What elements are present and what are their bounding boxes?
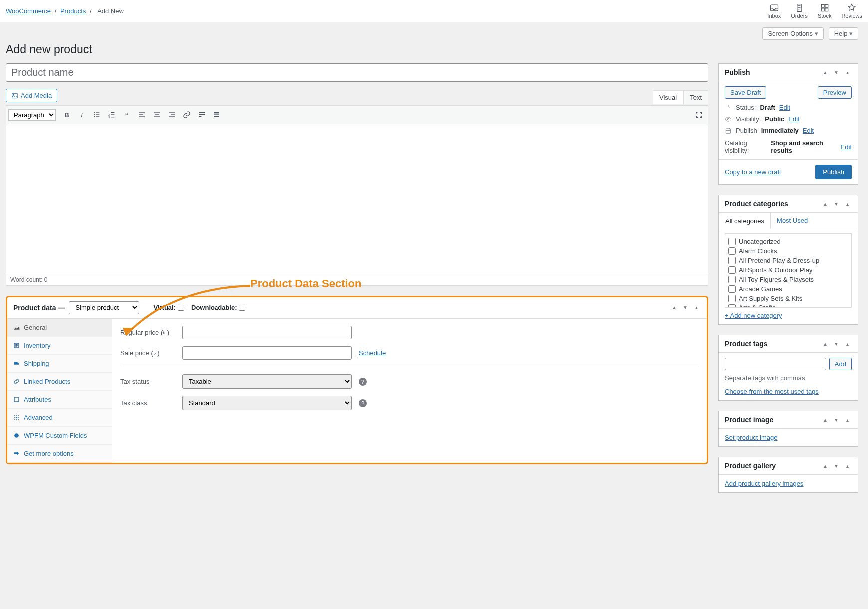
tab-advanced[interactable]: Advanced [7,409,112,427]
align-left-icon[interactable] [135,108,149,122]
category-item[interactable]: Arts & Crafts [728,303,848,308]
tab-most-used[interactable]: Most Used [771,213,814,229]
schedule-link[interactable]: Schedule [359,349,386,357]
editor-content[interactable] [6,124,708,274]
caret-up-icon[interactable]: ▴ [843,339,852,348]
tab-inventory[interactable]: Inventory [7,337,112,355]
caret-up-icon[interactable]: ▴ [843,199,852,208]
tags-metabox: Product tags▲▼▴ Add Separate tags with c… [718,335,858,401]
svg-rect-17 [111,117,114,117]
add-media-button[interactable]: Add Media [6,89,57,102]
help-icon[interactable]: ? [359,378,367,386]
format-select[interactable]: Paragraph [8,109,56,121]
help-button[interactable]: Help [829,27,858,40]
tax-class-select[interactable]: Standard [182,396,352,410]
svg-rect-25 [171,114,175,115]
chevron-up-icon[interactable]: ▲ [821,339,830,348]
set-product-image-link[interactable]: Set product image [725,434,778,441]
svg-rect-16 [111,114,114,115]
edit-visibility-link[interactable]: Edit [788,115,799,123]
more-icon[interactable] [195,108,209,122]
italic-icon[interactable]: I [75,108,89,122]
tab-more[interactable]: Get more options [7,445,112,463]
caret-up-icon[interactable]: ▴ [692,304,701,312]
svg-rect-3 [821,8,824,11]
product-type-select[interactable]: Simple product [69,301,139,314]
fullscreen-icon[interactable] [692,108,706,122]
chevron-up-icon[interactable]: ▲ [821,415,830,424]
category-item[interactable]: Art Supply Sets & Kits [728,294,848,303]
svg-point-37 [727,118,729,120]
product-name-input[interactable] [6,63,708,82]
copy-draft-link[interactable]: Copy to a new draft [725,168,781,176]
svg-point-5 [13,94,14,95]
svg-rect-32 [214,116,219,117]
tab-attributes[interactable]: Attributes [7,391,112,409]
stock-icon[interactable]: Stock [818,3,832,19]
caret-up-icon[interactable]: ▴ [843,461,852,470]
tax-status-select[interactable]: Taxable [182,374,352,389]
category-item[interactable]: All Pretend Play & Dress-up [728,256,848,265]
tab-visual[interactable]: Visual [653,90,683,104]
chevron-down-icon[interactable]: ▼ [832,339,841,348]
chevron-up-icon[interactable]: ▲ [821,199,830,208]
number-list-icon[interactable]: 123 [105,108,119,122]
edit-catalog-link[interactable]: Edit [841,143,852,151]
chevron-down-icon[interactable]: ▼ [832,199,841,208]
regular-price-input[interactable] [182,326,352,339]
tab-all-categories[interactable]: All categories [719,213,771,229]
category-item[interactable]: Alarm Clocks [728,246,848,256]
toolbar-toggle-icon[interactable] [210,108,223,122]
chevron-down-icon[interactable]: ▼ [832,415,841,424]
orders-icon[interactable]: Orders [791,3,808,19]
edit-schedule-link[interactable]: Edit [803,127,814,134]
add-tag-button[interactable]: Add [829,358,852,370]
align-center-icon[interactable] [150,108,164,122]
bullet-list-icon[interactable] [90,108,104,122]
category-item[interactable]: All Toy Figures & Playsets [728,275,848,284]
caret-up-icon[interactable]: ▴ [843,415,852,424]
sale-price-input[interactable] [182,346,352,360]
tab-wpfm[interactable]: WPFM Custom Fields [7,427,112,445]
tax-class-label: Tax class [120,399,175,407]
align-right-icon[interactable] [165,108,179,122]
tab-general[interactable]: General [7,319,112,337]
downloadable-checkbox[interactable]: Downloadable: [191,304,245,311]
help-icon[interactable]: ? [359,399,367,407]
screen-options-button[interactable]: Screen Options [762,27,823,40]
bold-icon[interactable]: B [60,108,74,122]
choose-tags-link[interactable]: Choose from the most used tags [725,388,819,395]
add-gallery-link[interactable]: Add product gallery images [725,480,804,487]
topbar-icons: Inbox Orders Stock Reviews [767,3,862,19]
chevron-up-icon[interactable]: ▲ [821,461,830,470]
chevron-up-icon[interactable]: ▲ [670,304,679,312]
tab-text[interactable]: Text [683,90,708,104]
category-item[interactable]: All Sports & Outdoor Play [728,265,848,275]
caret-up-icon[interactable]: ▴ [843,68,852,77]
chevron-down-icon[interactable]: ▼ [832,68,841,77]
svg-rect-9 [96,112,99,113]
quote-icon[interactable]: “ [120,108,134,122]
svg-rect-4 [825,8,828,11]
tab-shipping[interactable]: Shipping [7,355,112,373]
svg-point-36 [14,433,19,438]
category-list[interactable]: Uncategorized Alarm Clocks All Pretend P… [725,233,852,308]
inbox-icon[interactable]: Inbox [767,3,781,19]
link-icon[interactable] [180,108,194,122]
category-item[interactable]: Uncategorized [728,237,848,246]
reviews-icon[interactable]: Reviews [841,3,862,19]
chevron-up-icon[interactable]: ▲ [821,68,830,77]
tag-input[interactable] [725,358,826,370]
chevron-down-icon[interactable]: ▼ [832,461,841,470]
chevron-down-icon[interactable]: ▼ [681,304,690,312]
publish-button[interactable]: Publish [815,165,852,179]
breadcrumb-woocommerce[interactable]: WooCommerce [6,7,51,15]
add-category-link[interactable]: + Add new category [725,312,782,319]
breadcrumb-products[interactable]: Products [60,7,86,15]
category-item[interactable]: Arcade Games [728,284,848,294]
edit-status-link[interactable]: Edit [779,104,790,111]
tab-linked[interactable]: Linked Products [7,373,112,391]
preview-button[interactable]: Preview [818,86,852,99]
save-draft-button[interactable]: Save Draft [725,86,766,99]
virtual-checkbox[interactable]: Virtual: [153,304,184,311]
